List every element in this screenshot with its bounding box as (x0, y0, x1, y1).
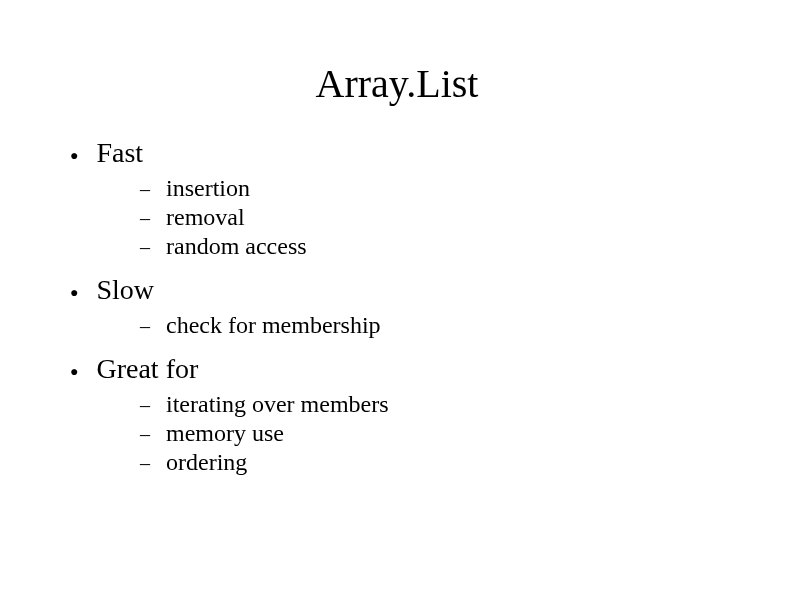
list-item: – removal (140, 204, 734, 231)
list-item: ● Fast (70, 137, 734, 169)
sub-item-text: ordering (166, 449, 247, 476)
list-item: – ordering (140, 449, 734, 476)
slide-title: Array.List (60, 60, 734, 107)
bullet-icon: ● (70, 148, 78, 164)
section-label: Fast (96, 137, 143, 169)
slide: Array.List ● Fast – insertion – removal … (0, 0, 794, 595)
bullet-icon: ● (70, 285, 78, 301)
section-label: Slow (96, 274, 154, 306)
dash-icon: – (140, 315, 150, 338)
dash-icon: – (140, 207, 150, 230)
sub-item-text: random access (166, 233, 307, 260)
list-item: – iterating over members (140, 391, 734, 418)
section-label: Great for (96, 353, 198, 385)
slide-content: ● Fast – insertion – removal – random ac… (60, 137, 734, 476)
list-item: ● Great for (70, 353, 734, 385)
sub-list: – insertion – removal – random access (70, 175, 734, 260)
sub-item-text: memory use (166, 420, 284, 447)
list-item: – check for membership (140, 312, 734, 339)
dash-icon: – (140, 452, 150, 475)
sub-item-text: check for membership (166, 312, 381, 339)
sub-list: – check for membership (70, 312, 734, 339)
list-item: ● Slow (70, 274, 734, 306)
dash-icon: – (140, 236, 150, 259)
list-item: – memory use (140, 420, 734, 447)
list-item: – insertion (140, 175, 734, 202)
dash-icon: – (140, 394, 150, 417)
dash-icon: – (140, 178, 150, 201)
sub-item-text: iterating over members (166, 391, 389, 418)
sub-list: – iterating over members – memory use – … (70, 391, 734, 476)
sub-item-text: removal (166, 204, 245, 231)
sub-item-text: insertion (166, 175, 250, 202)
bullet-icon: ● (70, 364, 78, 380)
dash-icon: – (140, 423, 150, 446)
list-item: – random access (140, 233, 734, 260)
